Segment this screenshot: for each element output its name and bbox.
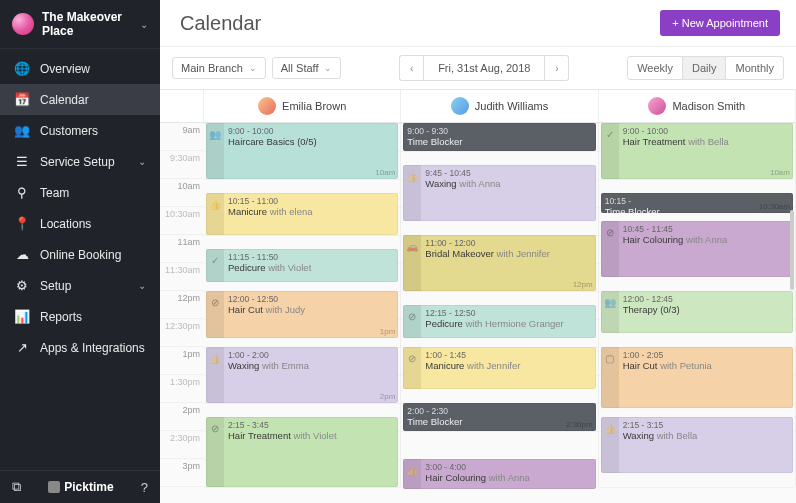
- sidebar-item-customers[interactable]: 👥Customers: [0, 115, 160, 146]
- sidebar-item-reports[interactable]: 📊Reports: [0, 301, 160, 332]
- event-title: Hair Treatment with Violet: [228, 430, 394, 441]
- nav-label: Overview: [40, 62, 90, 76]
- no-icon: ⊘: [206, 417, 224, 487]
- nav-label: Customers: [40, 124, 98, 138]
- calendar-event[interactable]: 2:00 - 2:30Time Blocker2:30pm: [403, 403, 595, 431]
- nav-list: 🌐Overview📅Calendar👥Customers☰Service Set…: [0, 49, 160, 470]
- staff-lane-0[interactable]: 👥9:00 - 10:00Haircare Basics (0/5)10am👍1…: [204, 123, 401, 487]
- calendar-grid[interactable]: Emilia Brown Judith Williams Madison Smi…: [160, 90, 796, 503]
- workspace-switcher[interactable]: The Makeover Place ⌄: [0, 0, 160, 49]
- share-icon: ↗: [14, 340, 30, 355]
- pin-icon: 📍: [14, 216, 30, 231]
- calendar-event[interactable]: ⊘12:15 - 12:50Pedicure with Hermione Gra…: [403, 305, 595, 338]
- event-title: Therapy (0/3): [623, 304, 789, 315]
- nav-label: Team: [40, 186, 69, 200]
- calendar-event[interactable]: ✓9:00 - 10:00Hair Treatment with Bella10…: [601, 123, 793, 179]
- event-end-cap: 10:30am: [759, 202, 790, 211]
- nav-label: Apps & Integrations: [40, 341, 145, 355]
- event-title: Hair Colouring with Anna: [425, 472, 591, 483]
- view-daily-button[interactable]: Daily: [682, 56, 726, 80]
- prev-day-button[interactable]: ‹: [399, 55, 423, 81]
- staff-header[interactable]: Emilia Brown: [204, 90, 401, 122]
- calendar-event[interactable]: ✓11:15 - 11:50Pedicure with Violet: [206, 249, 398, 282]
- team-icon: ⚲: [14, 185, 30, 200]
- calendar-event[interactable]: 👍1:00 - 2:00Waxing with Emma2pm: [206, 347, 398, 403]
- event-body: 12:00 - 12:50Hair Cut with Judy: [224, 291, 398, 338]
- calendar-event[interactable]: ▢1:00 - 2:05Hair Cut with Petunia: [601, 347, 793, 408]
- event-time: 11:15 - 11:50: [228, 252, 394, 262]
- sidebar-item-team[interactable]: ⚲Team: [0, 177, 160, 208]
- check-icon: ✓: [601, 123, 619, 179]
- avatar: [258, 97, 276, 115]
- main-area: Calendar + New Appointment Main Branch ⌄…: [160, 0, 796, 503]
- time-label: 9:30am: [160, 151, 204, 179]
- calendar-event[interactable]: ⊘12:00 - 12:50Hair Cut with Judy1pm: [206, 291, 398, 338]
- sidebar-item-locations[interactable]: 📍Locations: [0, 208, 160, 239]
- view-monthly-button[interactable]: Monthly: [725, 56, 784, 80]
- external-link-icon[interactable]: ⧉: [12, 479, 21, 495]
- staff-header[interactable]: Madison Smith: [599, 90, 796, 122]
- calendar-event[interactable]: 👥12:00 - 12:45Therapy (0/3): [601, 291, 793, 333]
- warn-icon: ⊘: [206, 291, 224, 338]
- new-appointment-button[interactable]: + New Appointment: [660, 10, 780, 36]
- view-weekly-button[interactable]: Weekly: [627, 56, 683, 80]
- sidebar-item-overview[interactable]: 🌐Overview: [0, 53, 160, 84]
- time-label: 2:30pm: [160, 431, 204, 459]
- cal-icon: 📅: [14, 92, 30, 107]
- event-body: 12:15 - 12:50Pedicure with Hermione Gran…: [421, 305, 595, 338]
- list-icon: ☰: [14, 154, 30, 169]
- sidebar-item-service-setup[interactable]: ☰Service Setup⌄: [0, 146, 160, 177]
- calendar-event[interactable]: ⊘1:00 - 1:45Manicure with Jennifer: [403, 347, 595, 389]
- staff-header[interactable]: Judith Williams: [401, 90, 598, 122]
- current-date-label[interactable]: Fri, 31st Aug, 2018: [423, 55, 545, 81]
- event-body: 9:00 - 10:00Hair Treatment with Bella: [619, 123, 793, 179]
- staff-filter-dropdown[interactable]: All Staff ⌄: [272, 57, 342, 79]
- calendar-event[interactable]: 👍9:45 - 10:45Waxing with Anna: [403, 165, 595, 221]
- help-icon[interactable]: ?: [141, 480, 148, 495]
- event-title: Pedicure with Hermione Granger: [425, 318, 591, 329]
- warn-icon: ⊘: [403, 305, 421, 338]
- staff-lane-1[interactable]: 9:00 - 9:30Time Blocker👍9:45 - 10:45Waxi…: [401, 123, 598, 487]
- calendar-event[interactable]: 9:00 - 9:30Time Blocker: [403, 123, 595, 151]
- event-time: 1:00 - 1:45: [425, 350, 591, 360]
- event-body: 2:15 - 3:15Waxing with Bella: [619, 417, 793, 473]
- event-end-cap: 2pm: [380, 392, 396, 401]
- event-body: 1:00 - 2:05Hair Cut with Petunia: [619, 347, 793, 408]
- event-time: 12:15 - 12:50: [425, 308, 591, 318]
- event-time: 10:15 - 11:00: [228, 196, 394, 206]
- time-label: 10am: [160, 179, 204, 207]
- page-title: Calendar: [180, 12, 261, 35]
- calendar-event[interactable]: 10:15 -Time Blocker10:30am: [601, 193, 793, 213]
- event-time: 12:00 - 12:50: [228, 294, 394, 304]
- branch-dropdown[interactable]: Main Branch ⌄: [172, 57, 266, 79]
- group-icon: 👥: [601, 291, 619, 333]
- calendar-event[interactable]: 👍3:00 - 4:00Hair Colouring with Anna: [403, 459, 595, 489]
- event-time: 2:15 - 3:15: [623, 420, 789, 430]
- calendar-event[interactable]: ⊘2:15 - 3:45Hair Treatment with Violet: [206, 417, 398, 487]
- calendar-event[interactable]: ⊘10:45 - 11:45Hair Colouring with Anna: [601, 221, 793, 277]
- next-day-button[interactable]: ›: [545, 55, 569, 81]
- cloud-icon: ☁: [14, 247, 30, 262]
- gear-icon: ⚙: [14, 278, 30, 293]
- calendar-event[interactable]: 🚗11:00 - 12:00Bridal Makeover with Jenni…: [403, 235, 595, 291]
- staff-filter-label: All Staff: [281, 62, 319, 74]
- calendar-event[interactable]: 👥9:00 - 10:00Haircare Basics (0/5)10am: [206, 123, 398, 179]
- time-label: 1:30pm: [160, 375, 204, 403]
- event-time: 2:15 - 3:45: [228, 420, 394, 430]
- chevron-down-icon: ⌄: [138, 156, 146, 167]
- calendar-event[interactable]: 👍2:15 - 3:15Waxing with Bella: [601, 417, 793, 473]
- calendar-event[interactable]: 👍10:15 - 11:00Manicure with elena: [206, 193, 398, 235]
- sidebar-item-online-booking[interactable]: ☁Online Booking: [0, 239, 160, 270]
- sidebar-item-setup[interactable]: ⚙Setup⌄: [0, 270, 160, 301]
- sidebar-item-calendar[interactable]: 📅Calendar: [0, 84, 160, 115]
- event-title: Waxing with Anna: [425, 178, 591, 189]
- event-time: 2:00 - 2:30: [407, 406, 591, 416]
- sidebar-item-apps-integrations[interactable]: ↗Apps & Integrations: [0, 332, 160, 363]
- car-icon: 🚗: [403, 235, 421, 291]
- globe-icon: 🌐: [14, 61, 30, 76]
- time-label: 12:30pm: [160, 319, 204, 347]
- workspace-logo: [12, 13, 34, 35]
- staff-lane-2[interactable]: ✓9:00 - 10:00Hair Treatment with Bella10…: [599, 123, 796, 487]
- scrollbar-vertical[interactable]: [790, 210, 794, 290]
- staff-name: Judith Williams: [475, 100, 548, 112]
